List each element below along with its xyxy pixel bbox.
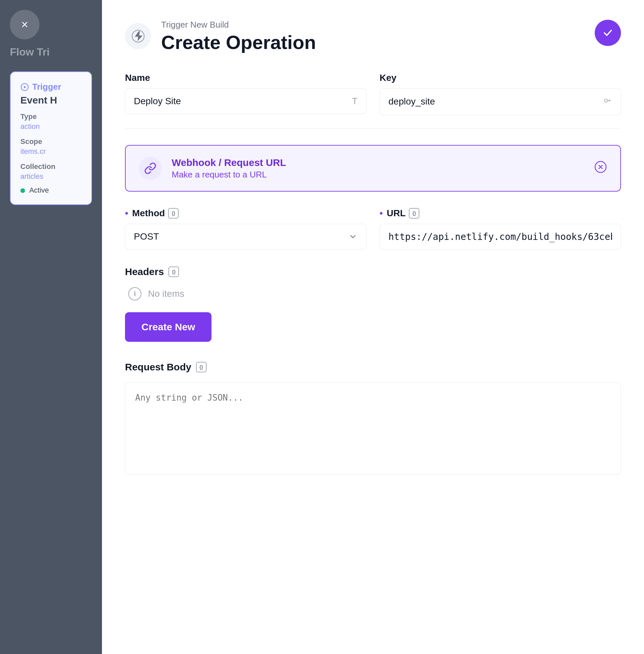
link-icon (144, 162, 157, 174)
url-label: URL (387, 208, 406, 219)
modal-header: Trigger New Build Create Operation (125, 20, 621, 53)
close-icon: × (21, 18, 28, 31)
trigger-card: Trigger Event H Type action Scope items.… (10, 71, 92, 205)
svg-marker-1 (24, 86, 26, 89)
webhook-remove-button[interactable] (594, 161, 607, 176)
key-label: Key (380, 73, 621, 83)
confirm-button[interactable] (595, 20, 621, 46)
webhook-icon-circle (139, 157, 162, 180)
url-label-row: • URL {} (380, 208, 621, 219)
url-code-icon: {} (409, 208, 419, 219)
collection-label: Collection (20, 162, 82, 171)
request-body-label: Request Body (125, 362, 191, 373)
request-body-code-icon: {} (196, 362, 207, 372)
webhook-subtitle: Make a request to a URL (172, 170, 286, 180)
key-group: Key (380, 73, 621, 115)
type-value: action (20, 122, 82, 131)
collection-value: articles (20, 172, 82, 181)
info-icon: i (128, 287, 141, 300)
no-items-text: No items (148, 289, 184, 299)
modal-panel: Trigger New Build Create Operation Name … (102, 0, 644, 654)
header-left: Trigger New Build Create Operation (125, 20, 316, 53)
method-group: • Method {} POST (125, 208, 366, 250)
create-new-button[interactable]: Create New (125, 312, 211, 342)
request-body-textarea[interactable] (125, 383, 621, 475)
scope-value: items.cr (20, 147, 82, 156)
scope-label: Scope (20, 137, 82, 146)
webhook-text: Webhook / Request URL Make a request to … (172, 157, 286, 180)
method-select[interactable]: POST (125, 224, 366, 249)
type-label: Type (20, 113, 82, 121)
headers-code-icon: {} (168, 267, 179, 277)
method-label-row: • Method {} (125, 208, 366, 219)
method-url-row: • Method {} POST • URL {} (125, 208, 621, 250)
text-type-icon: T (352, 96, 358, 106)
breadcrumb: Trigger New Build (161, 20, 316, 30)
close-button[interactable]: × (10, 10, 40, 40)
card-breadcrumb: Trigger (32, 82, 61, 92)
webhook-left: Webhook / Request URL Make a request to … (139, 157, 286, 180)
svg-point-3 (604, 99, 607, 102)
url-group: • URL {} (380, 208, 621, 250)
method-code-icon: {} (168, 208, 179, 219)
method-required-dot: • (125, 208, 128, 219)
name-input-wrapper[interactable]: T (125, 89, 366, 114)
name-group: Name T (125, 73, 366, 115)
key-input[interactable] (388, 96, 603, 107)
webhook-title: Webhook / Request URL (172, 157, 286, 168)
trigger-icon (20, 83, 29, 91)
lightning-icon (132, 30, 145, 43)
app-title: Flow Tri (10, 46, 92, 58)
status-badge: Active (20, 186, 82, 195)
chevron-down-icon (348, 232, 358, 241)
header-text: Trigger New Build Create Operation (161, 20, 316, 53)
checkmark-icon (602, 27, 614, 39)
divider (125, 128, 621, 129)
operation-icon-circle (125, 23, 151, 49)
page-title: Create Operation (161, 32, 316, 53)
card-title: Event H (20, 95, 82, 106)
name-input[interactable] (134, 96, 352, 106)
name-label: Name (125, 73, 366, 83)
headers-label: Headers (125, 266, 164, 277)
webhook-card[interactable]: Webhook / Request URL Make a request to … (125, 145, 621, 192)
key-icon (603, 96, 612, 107)
method-label: Method (132, 208, 165, 219)
no-items-row: i No items (125, 287, 621, 300)
name-key-row: Name T Key (125, 73, 621, 115)
url-input[interactable] (380, 224, 621, 250)
url-required-dot: • (380, 208, 383, 219)
background-panel: × Flow Tri Trigger Event H Type action S… (0, 0, 102, 654)
headers-section-label: Headers {} (125, 266, 621, 277)
key-input-wrapper[interactable] (380, 89, 621, 115)
request-body-section-label: Request Body {} (125, 362, 621, 373)
status-dot (20, 188, 25, 193)
method-value: POST (134, 232, 159, 242)
